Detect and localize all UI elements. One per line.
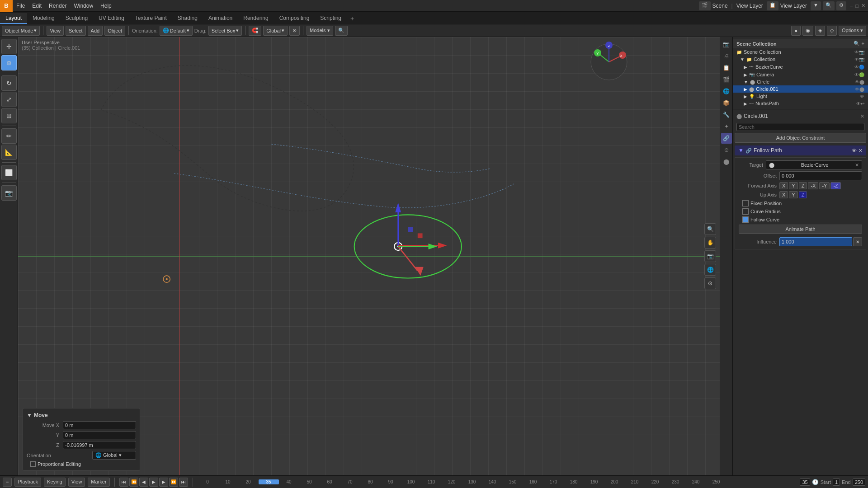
sc-render[interactable]: 📷: [859, 50, 864, 55]
filter-btn[interactable]: ⚙: [836, 1, 846, 10]
curve-radius-cb[interactable]: [742, 208, 749, 215]
cursor-tool[interactable]: ✛: [1, 39, 17, 54]
fixed-position-cb[interactable]: [742, 200, 749, 206]
camera-persp-btn[interactable]: 📷: [704, 250, 716, 262]
props-view-layer[interactable]: 📋: [721, 62, 732, 73]
window-minimize[interactable]: −: [850, 3, 853, 9]
next-frame-btn[interactable]: ⏩: [169, 478, 178, 487]
shading-solid[interactable]: ●: [791, 26, 801, 36]
property-search-input[interactable]: [736, 123, 864, 131]
global-selector[interactable]: Global ▾: [263, 26, 288, 36]
props-object-data[interactable]: ⊙: [721, 145, 732, 155]
sc-cir-v[interactable]: 👁: [855, 80, 859, 84]
snap-toggle[interactable]: 🧲: [249, 26, 261, 36]
add-workspace[interactable]: +: [347, 13, 358, 24]
proportional-toggle[interactable]: ⊙: [289, 26, 300, 36]
up-y-btn[interactable]: Y: [789, 191, 797, 198]
animate-path-btn[interactable]: Animate Path: [739, 225, 862, 234]
menu-render[interactable]: Render: [45, 0, 70, 12]
add-cube-tool[interactable]: ⬜: [1, 165, 17, 180]
sc-visible[interactable]: 👁: [854, 50, 859, 55]
add-btn[interactable]: Add: [88, 26, 103, 36]
sc-add-btn[interactable]: +: [862, 41, 864, 47]
models-selector[interactable]: Models ▾: [307, 26, 333, 36]
current-frame-display[interactable]: 35: [800, 479, 810, 486]
sc-c001-r[interactable]: ⬤: [859, 87, 864, 92]
shading-texture[interactable]: ◇: [827, 26, 837, 36]
constraint-visibility-toggle[interactable]: 👁: [852, 148, 857, 154]
tab-shading[interactable]: Shading: [172, 13, 203, 24]
sc-coll-render[interactable]: 📷: [859, 57, 864, 62]
sc-item-light[interactable]: ▶ 💡 Light 👁: [733, 93, 868, 100]
menu-help[interactable]: Help: [97, 0, 115, 12]
jump-to-start-btn[interactable]: ⏮: [119, 478, 128, 487]
constraint-close-btn[interactable]: ✕: [859, 148, 863, 154]
overlay-btn[interactable]: ⊙: [704, 277, 716, 289]
menu-edit[interactable]: Edit: [28, 0, 45, 12]
tab-animation[interactable]: Animation: [203, 13, 238, 24]
play-btn[interactable]: ▶: [149, 478, 158, 487]
sc-item-collection[interactable]: ▼ 📁 Collection 👁 📷: [733, 56, 868, 63]
move-x-value[interactable]: 0 m: [63, 421, 136, 429]
measure-tool[interactable]: 📐: [1, 145, 17, 160]
marker-btn[interactable]: Marker: [88, 478, 109, 487]
tab-uv-editing[interactable]: UV Editing: [93, 13, 130, 24]
drag-selector[interactable]: Select Box ▾: [208, 26, 242, 36]
timeline-view-btn[interactable]: View: [68, 478, 85, 487]
move-tool[interactable]: ⊕: [1, 55, 17, 70]
object-btn[interactable]: Object: [104, 26, 125, 36]
orientation-selector[interactable]: 🌐 Default ▾: [160, 26, 193, 36]
props-world[interactable]: 🌐: [721, 86, 732, 97]
tab-rendering[interactable]: Rendering: [238, 13, 274, 24]
sc-item-circle[interactable]: ▼ ⬤ Circle 👁 ⬤: [733, 78, 868, 85]
props-material[interactable]: ⬤: [721, 156, 732, 167]
window-close[interactable]: ✕: [861, 3, 865, 9]
sc-item-circle001[interactable]: ▶ ⬤ Circle.001 👁 ⬤: [733, 85, 868, 93]
offset-value[interactable]: 0.000: [779, 171, 862, 180]
annotate-tool[interactable]: ✏: [1, 128, 17, 144]
sc-nurbs-r[interactable]: ↩: [861, 101, 864, 106]
influence-slider[interactable]: 1.000: [779, 237, 852, 246]
sc-cam-s[interactable]: 🟢: [859, 72, 864, 77]
prev-frame-btn[interactable]: ⏪: [129, 478, 138, 487]
model-search[interactable]: 🔍: [335, 26, 348, 36]
tab-scripting[interactable]: Scripting: [315, 13, 347, 24]
view-btn[interactable]: View: [47, 26, 64, 36]
sc-item-nurbspath[interactable]: ▶ 〰 NurbsPath 👁 ↩: [733, 100, 868, 107]
target-value[interactable]: ⬤ BezierCurve ✕: [766, 160, 862, 169]
props-particles[interactable]: ✦: [721, 121, 732, 132]
follow-path-header[interactable]: ▼ 🔗 Follow Path 👁 ✕: [735, 145, 866, 155]
menu-window[interactable]: Window: [70, 0, 97, 12]
pan-btn[interactable]: ✋: [704, 237, 716, 249]
scale-tool[interactable]: ⤢: [1, 92, 17, 107]
sc-nurbs-v[interactable]: 👁: [856, 101, 861, 106]
shading-rendered[interactable]: ◈: [815, 26, 825, 36]
tab-texture-paint[interactable]: Texture Paint: [130, 13, 172, 24]
sc-bez-v[interactable]: 👁: [854, 65, 859, 70]
props-render[interactable]: 📷: [721, 39, 732, 50]
tab-sculpting[interactable]: Sculpting: [60, 13, 93, 24]
forward-neg-y-btn[interactable]: -Y: [819, 182, 830, 189]
camera-tool[interactable]: 📷: [1, 185, 17, 201]
transform-tool[interactable]: ⊞: [1, 108, 17, 123]
forward-neg-z-btn[interactable]: -Z: [830, 182, 840, 189]
props-scene[interactable]: 🎬: [721, 74, 732, 85]
up-x-btn[interactable]: X: [779, 191, 788, 198]
view-layer-selector[interactable]: 📋: [767, 1, 778, 10]
props-output[interactable]: 🖨: [721, 51, 732, 61]
forward-neg-x-btn[interactable]: -X: [808, 182, 818, 189]
sc-c001-v[interactable]: 👁: [855, 87, 859, 92]
props-modifier[interactable]: 🔧: [721, 109, 732, 120]
keying-btn[interactable]: Keying: [44, 478, 66, 487]
options-btn[interactable]: Options ▾: [839, 26, 866, 36]
sc-bez-s[interactable]: 🔵: [859, 65, 864, 70]
orientation-row-value[interactable]: 🌐 Global ▾: [92, 451, 136, 460]
world-settings-btn[interactable]: 🌐: [704, 264, 716, 276]
jump-to-end-btn[interactable]: ⏭: [179, 478, 188, 487]
forward-y-btn[interactable]: Y: [789, 182, 797, 189]
sc-light-v[interactable]: 👁: [860, 94, 864, 99]
zoom-in-btn[interactable]: 🔍: [704, 223, 716, 235]
move-y-value[interactable]: 0 m: [63, 431, 136, 439]
viewport[interactable]: User Perspective (35) Collection | Circl…: [18, 37, 720, 475]
sc-item-beziercurve[interactable]: ▶ 〜 BezierCurve 👁 🔵: [733, 63, 868, 71]
